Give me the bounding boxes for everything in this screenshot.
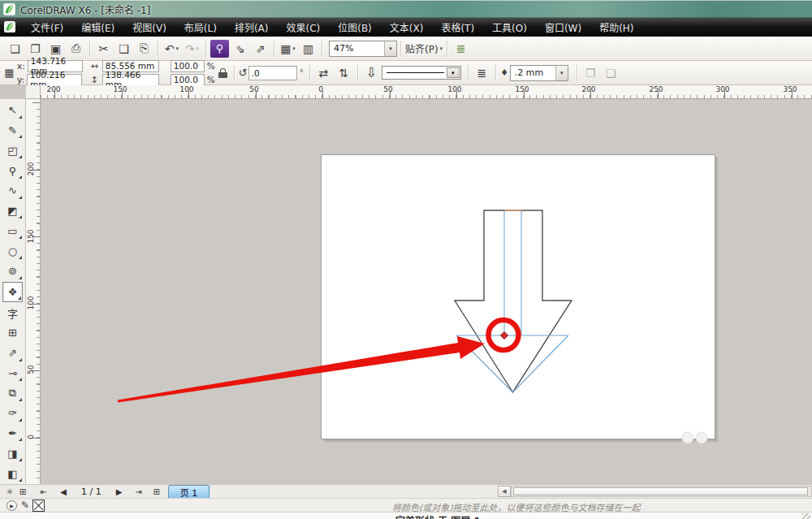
zoom-tool[interactable]: ⚲ — [2, 161, 23, 180]
object-height-field[interactable]: 138.466 mm — [102, 74, 159, 86]
prev-page-button[interactable]: ◀ — [57, 487, 70, 496]
interactive-fill-tool[interactable]: ◧ — [2, 464, 23, 483]
hruler-label: 300 — [715, 85, 729, 93]
menu-item[interactable]: 位图(B) — [329, 18, 381, 37]
mirror-vertical-button[interactable]: ⇅ — [335, 64, 353, 82]
new-document-button[interactable]: ❏ — [6, 40, 24, 58]
add-page-after-button[interactable]: ⊞ — [150, 487, 163, 496]
crop-tool[interactable]: ◰ — [2, 141, 23, 160]
drawing-canvas[interactable] — [41, 99, 812, 484]
freehand-tool[interactable]: ∿ — [2, 181, 23, 201]
menu-item[interactable]: 窗口(W) — [536, 18, 590, 37]
shape-tool[interactable]: ✎ — [2, 121, 23, 141]
perfect-shape-button[interactable]: ⇩ — [362, 64, 381, 82]
zoom-level-combo[interactable]: 47% ▾ — [329, 41, 397, 57]
outline-pen-tool[interactable]: ✒ — [2, 424, 23, 443]
snap-to-dropdown[interactable]: 贴齐(P) ▾ — [405, 40, 443, 58]
outline-style-arrow-icon[interactable]: ▾ — [447, 67, 460, 78]
options-button[interactable]: ≣ — [451, 40, 470, 58]
menu-item[interactable]: 排列(A) — [226, 18, 278, 37]
print-button[interactable]: ⎙ — [67, 40, 85, 58]
zoom-combo-arrow-icon[interactable]: ▾ — [384, 41, 396, 56]
scrollbar-track[interactable] — [511, 486, 812, 497]
hruler-label: 150 — [515, 85, 529, 93]
hruler-label: 200 — [581, 85, 595, 93]
fill-tool[interactable]: ◨ — [2, 443, 23, 463]
polygon-tool[interactable]: ⊚ — [2, 262, 23, 281]
copy-properties-button[interactable]: ❐ — [581, 64, 600, 82]
pick-tool[interactable]: ↖ — [2, 101, 23, 120]
menu-item[interactable]: 文本(X) — [381, 18, 433, 37]
outline-width-arrow-icon[interactable]: ▾ — [555, 66, 568, 80]
undo-button[interactable]: ↶▾ — [162, 40, 181, 58]
horizontal-ruler[interactable]: 20015010050050100150200250300350 — [41, 85, 812, 99]
redo-button[interactable]: ↷▾ — [183, 40, 201, 58]
welcome-screen-button[interactable]: ▥ — [299, 40, 317, 58]
dimension-tool[interactable]: ⇗ — [2, 344, 23, 363]
open-folder-button[interactable]: ❐ — [26, 40, 45, 58]
rotation-angle-field[interactable]: .0 — [248, 66, 297, 80]
export-button[interactable]: ⇗ — [251, 40, 270, 58]
arrow-shape-outline[interactable] — [455, 210, 572, 392]
table-tool[interactable]: ⊞ — [2, 323, 23, 343]
vertical-ruler[interactable]: 200150100500 — [26, 99, 41, 484]
y-position-field[interactable]: 100.216 mm — [27, 74, 82, 86]
menu-item[interactable]: 帮助(H) — [590, 18, 642, 37]
menu-item[interactable]: 效果(C) — [277, 18, 329, 37]
glyph-node[interactable] — [501, 332, 508, 340]
save-button[interactable]: ▣ — [46, 40, 65, 58]
scroll-left-button[interactable]: ◀ — [498, 486, 511, 497]
dropdown-icon[interactable]: ▾ — [292, 45, 296, 52]
import-button[interactable]: ⇘ — [231, 40, 249, 58]
horizontal-scrollbar[interactable]: ◀ — [498, 485, 812, 498]
vruler-label: 200 — [27, 162, 35, 175]
zoom-level-value: 47% — [330, 43, 384, 54]
blend-tool[interactable]: ⧉ — [2, 383, 23, 403]
menu-item[interactable]: 文件(F) — [22, 18, 72, 37]
smart-fill-tool[interactable]: ◩ — [2, 201, 23, 221]
copy-button[interactable]: ❑ — [114, 40, 133, 58]
menu-bar: 文件(F)编辑(E)视图(V)布局(L)排列(A)效果(C)位图(B)文本(X)… — [0, 18, 812, 37]
percent-label: % — [207, 61, 215, 71]
next-page-button[interactable]: ▶ — [113, 487, 126, 496]
menu-item[interactable]: 表格(T) — [432, 18, 483, 37]
wrap-text-button[interactable]: ≣ — [473, 64, 491, 82]
page-tab-label: 页 1 — [180, 486, 198, 499]
ruler-origin[interactable] — [26, 85, 41, 99]
eyedropper-tool[interactable]: ✑ — [2, 404, 23, 423]
rectangle-tool[interactable]: ▭ — [2, 221, 23, 240]
connector-tool[interactable]: ⊸ — [2, 364, 23, 383]
cut-button[interactable]: ✂ — [94, 40, 113, 58]
page-tab[interactable]: 页 1 — [168, 485, 210, 498]
menu-item[interactable]: 视图(V) — [123, 18, 175, 37]
mirror-horizontal-button[interactable]: ⇄ — [314, 64, 333, 82]
vruler-label: 50 — [27, 365, 35, 374]
hruler-label: 250 — [649, 85, 663, 93]
menu-item[interactable]: 工具(O) — [483, 18, 536, 37]
paste-button[interactable]: ⎘ — [135, 40, 153, 58]
glyph-guide-lines — [456, 211, 568, 392]
application-launcher-button[interactable]: ▦▾ — [279, 40, 297, 58]
search-content-button[interactable]: ⚲ — [210, 40, 229, 58]
copy-properties-from-button[interactable]: ❑ — [602, 64, 620, 82]
no-color-swatch[interactable] — [32, 500, 45, 512]
lock-ratio-button[interactable] — [218, 68, 227, 78]
palette-eyedropper-icon[interactable]: ✎ — [21, 500, 29, 511]
basic-shapes-tool[interactable]: ❖ — [2, 282, 23, 303]
menu-item[interactable]: 编辑(E) — [72, 18, 123, 37]
menu-item[interactable]: 布局(L) — [175, 18, 226, 37]
dropdown-icon[interactable]: ▾ — [197, 45, 200, 52]
scale-x-field[interactable]: 100.0 — [171, 60, 205, 72]
scale-y-field[interactable]: 100.0 — [171, 74, 205, 86]
dropdown-icon[interactable]: ▾ — [176, 45, 179, 52]
x-label: x: — [17, 61, 25, 71]
ellipse-tool[interactable]: ○ — [2, 241, 23, 261]
first-page-button[interactable]: ⇤ — [37, 487, 50, 496]
last-page-button[interactable]: ⇥ — [132, 487, 145, 496]
palette-flyout-button[interactable]: ▶ — [6, 500, 17, 511]
outline-style-select[interactable]: ▾ — [382, 66, 461, 80]
scrollbar-thumb[interactable] — [513, 487, 808, 495]
outline-width-combo[interactable]: .2 mm ▾ — [510, 65, 568, 81]
add-page-button[interactable]: ⊞ — [16, 487, 29, 496]
text-tool[interactable]: 字 — [2, 303, 23, 322]
